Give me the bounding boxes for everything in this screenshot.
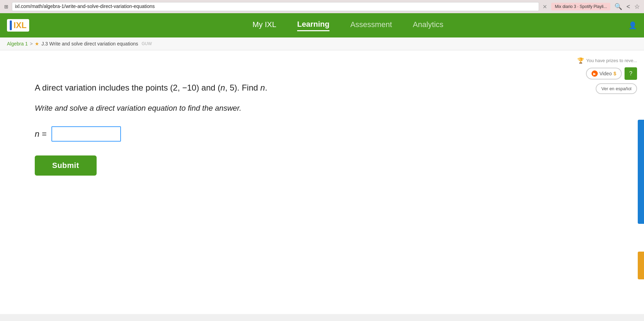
blue-sidebar — [638, 120, 644, 224]
nav-learning[interactable]: Learning — [297, 20, 329, 31]
problem-area: A direct variation includes the points (… — [35, 82, 348, 176]
video-dollar-icon: $ — [613, 71, 616, 76]
questions-icon: ? — [629, 70, 633, 77]
breadcrumb: Algebra 1 > ★ J.3 Write and solve direct… — [0, 37, 644, 50]
logo-bar — [10, 20, 12, 30]
breadcrumb-current: J.3 Write and solve direct variation equ… — [41, 41, 138, 47]
video-label: Video — [600, 71, 612, 76]
nav-my-ixl[interactable]: My IXL — [253, 20, 276, 31]
star-icon[interactable]: ☆ — [634, 3, 640, 10]
browser-tabs-icon: ⊞ — [4, 4, 8, 9]
video-play-icon: ▶ — [592, 70, 598, 77]
answer-label: n = — [35, 129, 47, 139]
answer-row: n = — [35, 126, 348, 142]
trophy-text: You have prizes to reve... — [586, 58, 637, 63]
breadcrumb-parent[interactable]: Algebra 1 — [7, 41, 28, 47]
main-nav: IXL My IXL Learning Assessment Analytics… — [0, 13, 644, 37]
nav-links: My IXL Learning Assessment Analytics — [67, 20, 628, 31]
submit-button[interactable]: Submit — [35, 155, 97, 176]
search-icon[interactable]: 🔍 — [614, 3, 622, 10]
orange-sidebar — [638, 252, 644, 279]
nav-assessment[interactable]: Assessment — [350, 20, 392, 31]
nav-analytics[interactable]: Analytics — [413, 20, 443, 31]
breadcrumb-star-icon: ★ — [35, 41, 39, 47]
share-icon[interactable]: < — [626, 3, 630, 10]
ver-en-espanol-button[interactable]: Ver en español — [596, 83, 637, 94]
user-icon[interactable]: 👤 — [628, 21, 637, 29]
nav-right: 👤 — [628, 21, 637, 29]
browser-bar: ⊞ ixl.com/math/algebra-1/write-and-solve… — [0, 0, 644, 13]
spotify-tab[interactable]: Mix diario 3 · Spotify Playli... — [551, 3, 610, 10]
trophy-icon: 🏆 — [577, 57, 584, 64]
url-bar[interactable]: ixl.com/math/algebra-1/write-and-solve-d… — [12, 2, 539, 11]
problem-instruction: Write and solve a direct variation equat… — [35, 102, 348, 114]
logo-text: IXL — [14, 20, 26, 30]
trophy-message: 🏆 You have prizes to reve... — [577, 57, 637, 64]
browser-right-controls: ✕ Mix diario 3 · Spotify Playli... 🔍 < ☆ — [543, 3, 640, 10]
close-tab-icon[interactable]: ✕ — [543, 3, 547, 10]
breadcrumb-separator: > — [30, 41, 33, 47]
breadcrumb-code: GUW — [141, 41, 152, 46]
questions-button[interactable]: ? — [625, 67, 637, 80]
answer-input[interactable] — [51, 126, 121, 142]
top-right-actions: 🏆 You have prizes to reve... ▶ Video $ ?… — [577, 57, 637, 94]
ixl-logo[interactable]: IXL — [7, 19, 29, 32]
problem-text: A direct variation includes the points (… — [35, 82, 348, 94]
main-content: 🏆 You have prizes to reve... ▶ Video $ ?… — [0, 50, 644, 314]
video-button[interactable]: ▶ Video $ — [586, 68, 622, 79]
action-buttons: ▶ Video $ ? — [586, 67, 637, 80]
